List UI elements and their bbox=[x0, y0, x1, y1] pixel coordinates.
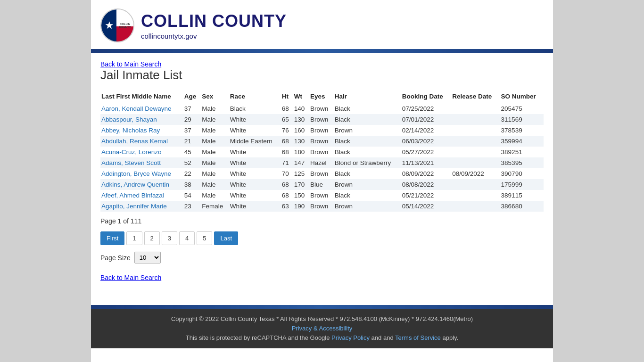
table-row: Afeef, Ahmed Binfazal54MaleWhite68150Bro… bbox=[100, 190, 544, 201]
inmate-cell: 23 bbox=[183, 201, 201, 212]
inmate-name-link[interactable]: Agapito, Jennifer Marie bbox=[101, 203, 167, 210]
inmate-name-link[interactable]: Addington, Bryce Wayne bbox=[101, 170, 171, 177]
page-5-button[interactable]: 5 bbox=[197, 231, 212, 245]
inmate-cell: 05/21/2022 bbox=[401, 190, 452, 201]
inmate-cell: White bbox=[229, 125, 281, 136]
inmate-name-link[interactable]: Acuna-Cruz, Lorenzo bbox=[101, 148, 162, 156]
inmate-cell: Male bbox=[201, 114, 229, 125]
terms-of-service-link[interactable]: Terms of Service bbox=[395, 334, 441, 341]
inmate-cell: 390790 bbox=[500, 168, 544, 179]
inmate-cell: Brown bbox=[309, 201, 334, 212]
table-row: Abdullah, Renas Kemal21MaleMiddle Easter… bbox=[100, 136, 544, 147]
inmate-cell bbox=[451, 125, 500, 136]
privacy-policy-link[interactable]: Privacy Policy bbox=[331, 334, 370, 341]
inmate-name-cell[interactable]: Addington, Bryce Wayne bbox=[100, 168, 183, 179]
inmate-name-link[interactable]: Aaron, Kendall Dewayne bbox=[101, 105, 172, 112]
inmate-cell: 08/08/2022 bbox=[401, 179, 452, 190]
inmate-table: Last First Middle Name Age Sex Race Ht W… bbox=[100, 91, 544, 212]
page-1-button[interactable]: 1 bbox=[126, 231, 142, 245]
table-row: Agapito, Jennifer Marie23FemaleWhite6319… bbox=[100, 201, 544, 212]
inmate-name-cell[interactable]: Abbaspour, Shayan bbox=[100, 114, 183, 125]
inmate-cell: Black bbox=[334, 114, 401, 125]
inmate-cell: 68 bbox=[281, 136, 293, 147]
inmate-cell: Brown bbox=[309, 168, 334, 179]
inmate-name-cell[interactable]: Agapito, Jennifer Marie bbox=[100, 201, 183, 212]
page-4-button[interactable]: 4 bbox=[179, 231, 195, 245]
inmate-cell: 05/27/2022 bbox=[401, 147, 452, 157]
pagination-info: Page 1 of 111 bbox=[100, 217, 544, 225]
inmate-cell: 68 bbox=[281, 179, 293, 190]
inmate-cell: 08/09/2022 bbox=[401, 168, 452, 179]
page-last-button[interactable]: Last bbox=[214, 231, 238, 245]
page-first-button[interactable]: First bbox=[100, 231, 124, 245]
inmate-name-link[interactable]: Adams, Steven Scott bbox=[101, 159, 161, 166]
inmate-cell: 160 bbox=[293, 125, 309, 136]
back-to-search-link-bottom[interactable]: Back to Main Search bbox=[100, 274, 161, 281]
col-eyes: Eyes bbox=[309, 91, 334, 103]
page-title: Jail Inmate List bbox=[100, 68, 544, 82]
table-row: Aaron, Kendall Dewayne37MaleBlack68140Br… bbox=[100, 103, 544, 115]
inmate-cell: 190 bbox=[293, 201, 309, 212]
inmate-cell: White bbox=[229, 114, 281, 125]
inmate-name-link[interactable]: Abbaspour, Shayan bbox=[101, 116, 157, 123]
back-link-bottom-container: Back to Main Search bbox=[100, 274, 544, 281]
footer-copyright: Copyright © 2022 Collin County Texas * A… bbox=[100, 315, 544, 322]
col-booking: Booking Date bbox=[401, 91, 452, 103]
inmate-cell: 06/03/2022 bbox=[401, 136, 452, 147]
page-2-button[interactable]: 2 bbox=[144, 231, 160, 245]
inmate-name-link[interactable]: Abbey, Nicholas Ray bbox=[101, 127, 160, 134]
privacy-accessibility-link[interactable]: Privacy & Accessibility bbox=[292, 325, 353, 332]
inmate-cell: 130 bbox=[293, 136, 309, 147]
inmate-cell: Brown bbox=[334, 125, 401, 136]
inmate-cell: 65 bbox=[281, 114, 293, 125]
inmate-cell: Male bbox=[201, 168, 229, 179]
inmate-cell: 389115 bbox=[500, 190, 544, 201]
inmate-cell: 08/09/2022 bbox=[451, 168, 500, 179]
inmate-name-link[interactable]: Adkins, Andrew Quentin bbox=[101, 181, 169, 188]
inmate-cell: Black bbox=[334, 103, 401, 115]
apply-text: apply. bbox=[442, 334, 458, 341]
inmate-cell: Brown bbox=[309, 114, 334, 125]
inmate-name-cell[interactable]: Adkins, Andrew Quentin bbox=[100, 179, 183, 190]
inmate-cell bbox=[451, 201, 500, 212]
inmate-cell: 45 bbox=[183, 147, 201, 157]
inmate-cell bbox=[451, 190, 500, 201]
header-blue-bar bbox=[91, 49, 553, 53]
table-row: Adams, Steven Scott52MaleWhite71147Hazel… bbox=[100, 157, 544, 168]
inmate-cell: 147 bbox=[293, 157, 309, 168]
inmate-cell: Black bbox=[334, 168, 401, 179]
page-size-select[interactable]: 10 25 50 100 bbox=[134, 252, 161, 263]
inmate-cell: 125 bbox=[293, 168, 309, 179]
inmate-cell: Brown bbox=[309, 103, 334, 115]
inmate-name-cell[interactable]: Abbey, Nicholas Ray bbox=[100, 125, 183, 136]
col-race: Race bbox=[229, 91, 281, 103]
page-3-button[interactable]: 3 bbox=[162, 231, 177, 245]
inmate-cell: Brown bbox=[309, 190, 334, 201]
col-hair: Hair bbox=[334, 91, 401, 103]
inmate-cell: Brown bbox=[334, 179, 401, 190]
inmate-name-cell[interactable]: Afeef, Ahmed Binfazal bbox=[100, 190, 183, 201]
page-size-row: Page Size 10 25 50 100 bbox=[100, 252, 544, 263]
inmate-cell: 38 bbox=[183, 179, 201, 190]
county-logo: ★ COLLINCOUNTY bbox=[100, 8, 134, 42]
inmate-name-cell[interactable]: Aaron, Kendall Dewayne bbox=[100, 103, 183, 115]
inmate-cell: 54 bbox=[183, 190, 201, 201]
col-name: Last First Middle Name bbox=[100, 91, 183, 103]
inmate-cell bbox=[451, 179, 500, 190]
back-to-search-link[interactable]: Back to Main Search bbox=[100, 60, 161, 68]
col-sex: Sex bbox=[201, 91, 229, 103]
star-icon: ★ bbox=[105, 20, 114, 31]
inmate-cell: 07/01/2022 bbox=[401, 114, 452, 125]
inmate-name-link[interactable]: Abdullah, Renas Kemal bbox=[101, 138, 168, 145]
inmate-cell: 71 bbox=[281, 157, 293, 168]
inmate-name-cell[interactable]: Adams, Steven Scott bbox=[100, 157, 183, 168]
inmate-name-cell[interactable]: Abdullah, Renas Kemal bbox=[100, 136, 183, 147]
inmate-cell: Male bbox=[201, 147, 229, 157]
inmate-name-cell[interactable]: Acuna-Cruz, Lorenzo bbox=[100, 147, 183, 157]
inmate-name-link[interactable]: Afeef, Ahmed Binfazal bbox=[101, 192, 164, 199]
inmate-cell: Female bbox=[201, 201, 229, 212]
recaptcha-text: This site is protected by reCAPTCHA and … bbox=[186, 334, 331, 341]
inmate-cell: Male bbox=[201, 103, 229, 115]
inmate-cell: 21 bbox=[183, 136, 201, 147]
inmate-cell: 311569 bbox=[500, 114, 544, 125]
